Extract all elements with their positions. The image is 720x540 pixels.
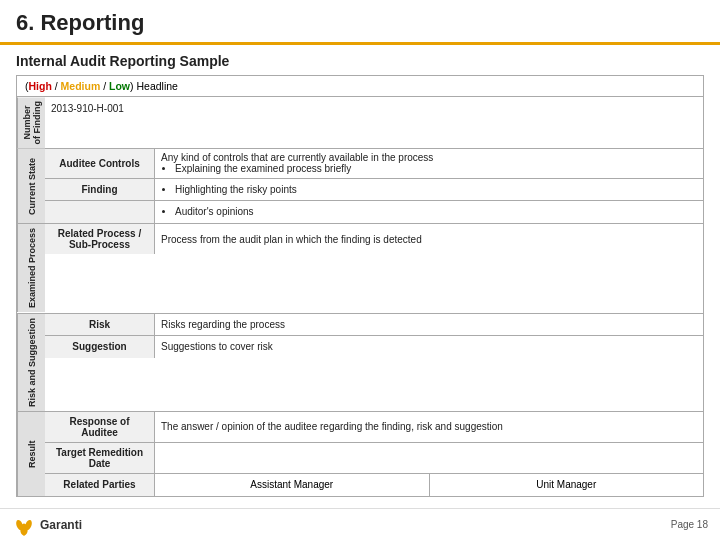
page-header: 6. Reporting <box>0 0 720 45</box>
current-state-section: Current State Auditee Controls Any kind … <box>17 149 703 224</box>
result-rows: Response of Auditee The answer / opinion… <box>45 412 703 496</box>
risk-label: Risk <box>45 314 155 335</box>
target-date-content <box>155 443 703 473</box>
response-auditee-content: The answer / opinion of the auditee rega… <box>155 412 703 442</box>
auditee-controls-row: Auditee Controls Any kind of controls th… <box>45 149 703 179</box>
risk-suggestion-rows: Risk Risks regarding the process Suggest… <box>45 314 703 411</box>
main-table: Numberof Finding 2013-910-H-001 Current … <box>17 97 703 496</box>
garanti-logo: Garanti <box>12 513 82 537</box>
risk-content: Risks regarding the process <box>155 314 703 335</box>
response-auditee-row: Response of Auditee The answer / opinion… <box>45 412 703 443</box>
examined-process-label: Examined Process <box>17 224 45 312</box>
result-section: Result Response of Auditee The answer / … <box>17 412 703 496</box>
page-number: Page 18 <box>671 519 708 530</box>
related-cell-assistant: Assistant Manager <box>155 474 430 496</box>
number-section-label: Numberof Finding <box>17 97 45 148</box>
garanti-logo-icon <box>12 513 36 537</box>
finding-content: Highlighting the risky points <box>155 179 703 200</box>
page-title: 6. Reporting <box>16 10 704 36</box>
footer: Garanti Page 18 <box>0 508 720 540</box>
related-parties-content: Assistant Manager Unit Manager <box>155 474 703 496</box>
auditee-controls-content: Any kind of controls that are currently … <box>155 149 703 178</box>
sections-container: Numberof Finding 2013-910-H-001 Current … <box>17 97 703 496</box>
current-state-label: Current State <box>17 149 45 223</box>
risk-suggestion-section: Risk and Suggestion Risk Risks regarding… <box>17 314 703 412</box>
related-parties-row: Related Parties Assistant Manager Unit M… <box>45 474 703 496</box>
number-value: 2013-910-H-001 <box>45 97 703 119</box>
auditee-controls-label: Auditee Controls <box>45 149 155 178</box>
low-label: Low <box>109 80 130 92</box>
current-state-rows: Auditee Controls Any kind of controls th… <box>45 149 703 223</box>
garanti-label: Garanti <box>40 518 82 532</box>
related-process-content: Process from the audit plan in which the… <box>155 224 703 254</box>
suggestion-row: Suggestion Suggestions to cover risk <box>45 336 703 358</box>
finding-row: Finding Highlighting the risky points <box>45 179 703 201</box>
high-label: High <box>29 80 52 92</box>
result-label: Result <box>17 412 45 496</box>
risk-suggestion-label: Risk and Suggestion <box>17 314 45 411</box>
content-area: Internal Audit Reporting Sample (High / … <box>0 45 720 503</box>
number-row: 2013-910-H-001 <box>45 97 703 119</box>
examined-process-section: Examined Process Related Process / Sub-P… <box>17 224 703 313</box>
related-cell-unit: Unit Manager <box>430 474 704 496</box>
related-process-row: Related Process / Sub-Process Process fr… <box>45 224 703 254</box>
related-parties-label: Related Parties <box>45 474 155 496</box>
svg-rect-3 <box>23 531 25 536</box>
related-process-label: Related Process / Sub-Process <box>45 224 155 254</box>
suggestion-label: Suggestion <box>45 336 155 358</box>
number-section-rows: 2013-910-H-001 <box>45 97 703 148</box>
section-title: Internal Audit Reporting Sample <box>16 53 704 69</box>
audit-table: (High / Medium / Low) Headline Numberof … <box>16 75 704 497</box>
suggestion-content: Suggestions to cover risk <box>155 336 703 358</box>
examined-process-rows: Related Process / Sub-Process Process fr… <box>45 224 703 312</box>
target-date-row: Target Remedition Date <box>45 443 703 474</box>
medium-label: Medium <box>61 80 101 92</box>
response-auditee-label: Response of Auditee <box>45 412 155 442</box>
auditor-opinions-content: Auditor's opinions <box>155 201 703 223</box>
headline-row: (High / Medium / Low) Headline <box>17 76 703 97</box>
target-date-label: Target Remedition Date <box>45 443 155 473</box>
headline-text: Headline <box>136 80 177 92</box>
auditor-opinions-label <box>45 201 155 223</box>
risk-row: Risk Risks regarding the process <box>45 314 703 336</box>
auditor-opinions-row: Auditor's opinions <box>45 201 703 223</box>
number-section: Numberof Finding 2013-910-H-001 <box>17 97 703 149</box>
finding-label: Finding <box>45 179 155 200</box>
